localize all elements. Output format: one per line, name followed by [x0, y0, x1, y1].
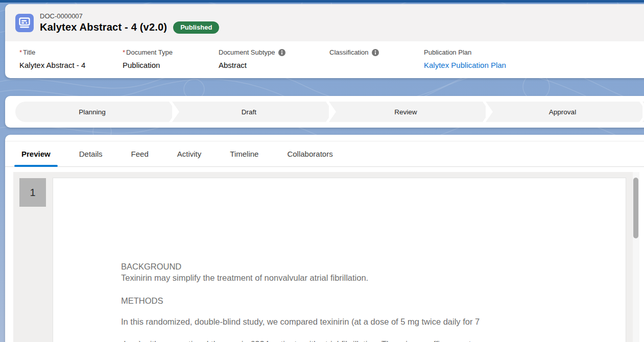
scrollbar-thumb[interactable]	[633, 178, 638, 238]
field-document-subtype-label: Document Subtype	[219, 48, 275, 57]
record-header-card: DOC-0000007 Kalytex Abstract - 4 (v2.0) …	[5, 4, 644, 78]
field-classification-label: Classification	[329, 48, 369, 57]
methods-line-1: In this randomized, double-blind study, …	[121, 310, 605, 333]
document-icon	[15, 14, 34, 32]
document-page: BACKGROUND Texinirin may simplify the tr…	[53, 178, 626, 342]
tab-feed[interactable]: Feed	[124, 141, 156, 166]
info-icon[interactable]	[278, 49, 285, 56]
path-stage-planning[interactable]: Planning	[15, 102, 169, 122]
methods-heading: METHODS	[121, 295, 605, 306]
document-preview-area: 1 BACKGROUND Texinirin may simplify the …	[13, 172, 639, 342]
page-title: Kalytex Abstract - 4 (v2.0)	[40, 21, 167, 33]
field-title-value: Kalytex Abstract - 4	[19, 60, 123, 70]
background-text: Texinirin may simplify the treatment of …	[121, 272, 605, 283]
record-id: DOC-0000007	[40, 12, 219, 20]
tab-details[interactable]: Details	[72, 141, 110, 166]
browser-top-strip	[0, 0, 644, 3]
path-stages: Planning Draft Review Approval	[15, 102, 644, 122]
field-title: *Title Kalytex Abstract - 4	[19, 48, 123, 70]
tab-collaborators[interactable]: Collaborators	[280, 141, 340, 166]
field-publication-plan: Publication Plan Kalytex Publication Pla…	[424, 48, 644, 70]
path-stage-approval[interactable]: Approval	[486, 102, 639, 122]
field-title-label: Title	[23, 48, 35, 57]
publication-plan-link[interactable]: Kalytex Publication Plan	[424, 60, 644, 70]
tab-timeline[interactable]: Timeline	[223, 141, 266, 166]
path-stage-review[interactable]: Review	[329, 102, 483, 122]
tab-preview[interactable]: Preview	[14, 141, 58, 166]
field-classification-value	[329, 60, 424, 70]
document-text: BACKGROUND Texinirin may simplify the tr…	[53, 178, 626, 342]
field-document-subtype: Document Subtype Abstract	[219, 48, 329, 70]
required-asterisk: *	[123, 48, 125, 57]
background-heading: BACKGROUND	[121, 261, 605, 272]
highlights-fields: *Title Kalytex Abstract - 4 *Document Ty…	[5, 41, 644, 70]
status-badge: Published	[173, 21, 219, 34]
field-publication-plan-label: Publication Plan	[424, 48, 471, 57]
methods-line-2: days) with conventional therapy in 6324 …	[121, 333, 605, 342]
path-stage-draft[interactable]: Draft	[172, 102, 326, 122]
required-asterisk: *	[19, 48, 22, 57]
field-document-type-label: Document Type	[126, 48, 173, 57]
field-classification: Classification	[329, 48, 424, 70]
page-thumbnail[interactable]: 1	[19, 178, 46, 207]
tab-activity[interactable]: Activity	[170, 141, 209, 166]
record-header: DOC-0000007 Kalytex Abstract - 4 (v2.0) …	[5, 4, 644, 41]
methods-paragraph: In this randomized, double-blind study, …	[121, 310, 605, 342]
preview-scrollbar[interactable]	[633, 172, 639, 342]
tab-bar: Preview Details Feed Activity Timeline C…	[5, 141, 644, 167]
field-document-subtype-value: Abstract	[219, 60, 329, 70]
field-document-type: *Document Type Publication	[123, 48, 219, 70]
record-detail-card: Preview Details Feed Activity Timeline C…	[5, 135, 644, 342]
info-icon[interactable]	[372, 49, 379, 56]
field-document-type-value: Publication	[123, 60, 219, 70]
path-card: Planning Draft Review Approval	[5, 96, 644, 128]
